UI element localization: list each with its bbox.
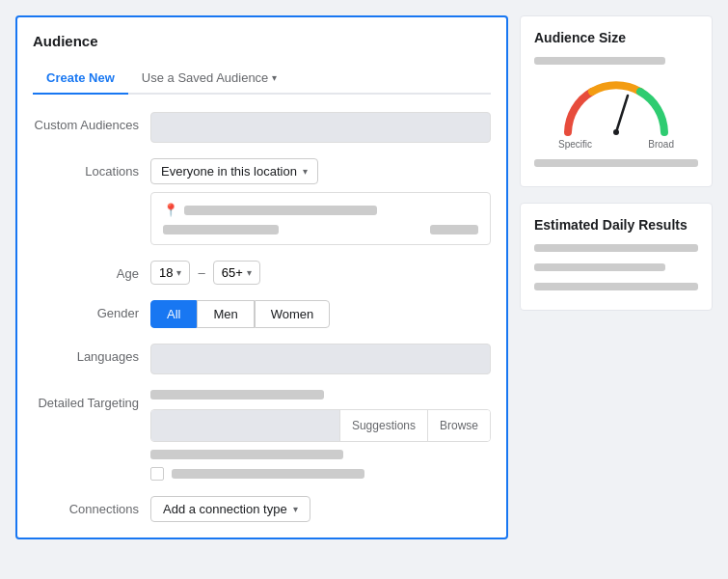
svg-line-0 <box>616 96 628 132</box>
right-panel: Audience Size Specific <box>520 15 713 311</box>
audience-size-card: Audience Size Specific <box>520 15 713 187</box>
gender-label: Gender <box>33 300 139 320</box>
location-action-skeleton <box>430 225 478 234</box>
languages-input[interactable] <box>150 344 491 374</box>
audience-size-skeleton-1 <box>534 57 665 65</box>
connection-chevron: ▾ <box>293 504 298 514</box>
gender-all-button[interactable]: All <box>150 300 197 328</box>
location-bottom-skeleton <box>163 225 279 234</box>
gauge-container: Specific Broad <box>534 74 698 150</box>
gender-row: Gender All Men Women <box>33 300 491 328</box>
panel-title: Audience <box>33 33 491 49</box>
estimated-results-card: Estimated Daily Results <box>520 203 713 311</box>
estimated-results-title: Estimated Daily Results <box>534 217 698 233</box>
estimated-skeleton-3 <box>534 283 698 290</box>
gender-men-button[interactable]: Men <box>197 300 254 328</box>
estimated-skeleton-2 <box>534 263 665 271</box>
locations-row: Locations Everyone in this location ▾ 📍 <box>33 158 491 245</box>
audience-size-skeleton-2 <box>534 159 698 167</box>
location-chevron: ▾ <box>303 166 308 177</box>
location-text-skeleton <box>184 206 377 215</box>
targeting-header-skeleton <box>150 390 324 400</box>
age-max-chevron: ▾ <box>247 267 252 278</box>
locations-label: Locations <box>33 158 139 179</box>
suggestions-button[interactable]: Suggestions <box>339 410 427 441</box>
languages-row: Languages <box>33 344 491 374</box>
detailed-targeting-label: Detailed Targeting <box>33 390 139 410</box>
custom-audiences-row: Custom Audiences <box>33 112 491 143</box>
tab-saved-audience[interactable]: Use a Saved Audience ▾ <box>128 63 291 93</box>
custom-audiences-label: Custom Audiences <box>33 112 139 132</box>
connections-row: Connections Add a connection type ▾ <box>33 496 491 522</box>
location-pin-icon: 📍 <box>163 203 178 217</box>
saved-audience-chevron: ▾ <box>272 72 277 83</box>
gauge-broad-label: Broad <box>648 139 674 150</box>
targeting-checkbox[interactable] <box>150 467 164 481</box>
browse-button[interactable]: Browse <box>427 410 490 441</box>
gender-buttons: All Men Women <box>150 300 491 328</box>
targeting-search: Suggestions Browse <box>150 409 491 442</box>
audience-size-title: Audience Size <box>534 30 698 45</box>
detailed-targeting-row: Detailed Targeting Suggestions Browse <box>33 390 491 481</box>
custom-audiences-input[interactable] <box>150 112 491 143</box>
location-dropdown[interactable]: Everyone in this location ▾ <box>150 158 318 184</box>
location-box: 📍 <box>150 192 491 245</box>
tab-create-new[interactable]: Create New <box>33 63 128 95</box>
languages-label: Languages <box>33 344 139 364</box>
gauge-chart <box>558 74 674 137</box>
connection-type-dropdown[interactable]: Add a connection type ▾ <box>150 496 310 522</box>
age-min-select[interactable]: 18 ▾ <box>150 261 190 285</box>
age-row: Age 18 ▾ – 65+ ▾ <box>33 261 491 285</box>
age-label: Age <box>33 261 139 281</box>
gauge-specific-label: Specific <box>558 139 592 150</box>
age-max-select[interactable]: 65+ ▾ <box>213 261 260 285</box>
gender-women-button[interactable]: Women <box>255 300 331 328</box>
targeting-input[interactable] <box>151 410 339 441</box>
estimated-skeleton-1 <box>534 244 698 252</box>
audience-panel: Audience Create New Use a Saved Audience… <box>15 15 508 539</box>
targeting-checkbox-row <box>150 467 491 481</box>
age-min-chevron: ▾ <box>176 267 181 278</box>
tabs-container: Create New Use a Saved Audience ▾ <box>33 63 491 95</box>
svg-point-1 <box>613 129 619 135</box>
connections-label: Connections <box>33 496 139 516</box>
targeting-result-skeleton <box>150 450 343 459</box>
targeting-checkbox-label-skeleton <box>172 469 364 479</box>
